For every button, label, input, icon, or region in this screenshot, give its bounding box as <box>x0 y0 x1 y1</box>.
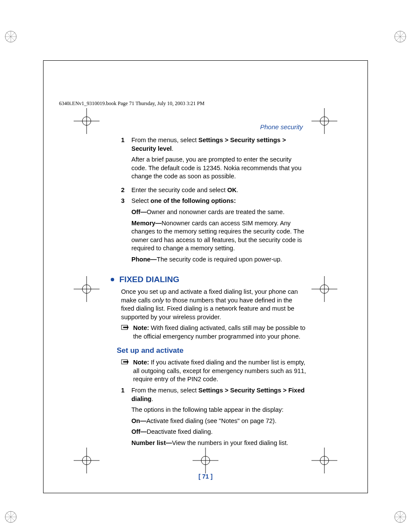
section-heading: FIXED DIALING <box>111 274 306 285</box>
step-number: 2 <box>121 186 131 195</box>
note-block: Note: With fixed dialing activated, call… <box>121 324 306 341</box>
definition-item: Memory—Nonowner cards can access SIM mem… <box>131 219 306 253</box>
definition-item: Off—Deactivate fixed dialing. <box>131 428 306 436</box>
step-number: 1 <box>121 136 131 184</box>
rosette-icon <box>394 510 407 523</box>
step-item: 1 From the menus, select Settings > Secu… <box>121 386 306 450</box>
note-body: Note: With fixed dialing activated, call… <box>133 324 306 341</box>
step-followup: After a brief pause, you are prompted to… <box>131 156 306 181</box>
print-header: 6340i.ENv1_9310019.book Page 71 Thursday… <box>59 100 205 107</box>
definition-item: Phone—The security code is required upon… <box>131 255 306 264</box>
note-body: Note: If you activate fixed dialing and … <box>133 358 306 384</box>
definition-item: Off—Owner and nonowner cards are treated… <box>131 208 306 217</box>
note-arrow-icon <box>121 358 133 384</box>
crop-mark-icon <box>74 108 100 134</box>
rosette-icon <box>4 30 17 43</box>
running-head: Phone security <box>260 123 303 131</box>
note-arrow-icon <box>121 324 133 341</box>
rosette-icon <box>4 510 17 523</box>
step-item: 3 Select one of the following options: O… <box>121 197 306 266</box>
page-frame: 6340i.ENv1_9310019.book Page 71 Thursday… <box>43 60 368 493</box>
definition-item: On—Activate fixed dialing (see "Notes" o… <box>131 417 306 426</box>
step-followup: The options in the following table appea… <box>131 406 306 414</box>
step-number: 1 <box>121 386 131 450</box>
paragraph: Once you set up and activate a fixed dia… <box>121 288 306 321</box>
step-number: 3 <box>121 197 131 266</box>
step-body: From the menus, select Settings > Securi… <box>131 136 306 184</box>
step-body: Enter the security code and select OK. <box>131 186 306 195</box>
crop-mark-icon <box>311 276 337 302</box>
crop-mark-icon <box>193 448 218 473</box>
page-number: [ 71 ] <box>44 473 367 480</box>
step-item: 2 Enter the security code and select OK. <box>121 186 306 195</box>
subsection-heading: Set up and activate <box>117 346 306 356</box>
crop-mark-icon <box>311 448 337 473</box>
note-block: Note: If you activate fixed dialing and … <box>121 358 306 384</box>
rosette-icon <box>394 30 407 43</box>
crop-mark-icon <box>74 276 100 302</box>
bullet-icon <box>111 278 114 281</box>
crop-mark-icon <box>311 108 337 134</box>
definition-item: Number list—View the numbers in your fix… <box>131 439 306 448</box>
body-content: 1 From the menus, select Settings > Secu… <box>121 136 306 452</box>
crop-mark-icon <box>74 448 100 473</box>
step-body: From the menus, select Settings > Securi… <box>131 386 306 450</box>
step-body: Select one of the following options: Off… <box>131 197 306 266</box>
step-item: 1 From the menus, select Settings > Secu… <box>121 136 306 184</box>
